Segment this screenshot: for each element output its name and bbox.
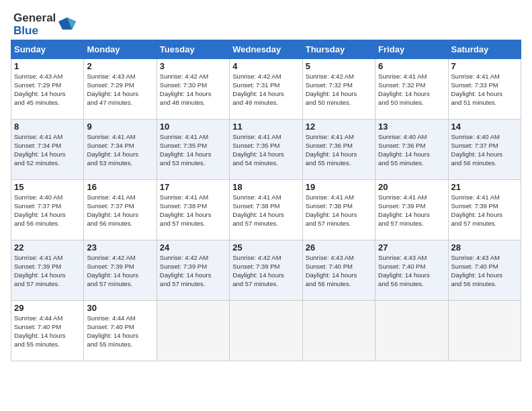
week-row-2: 8Sunrise: 4:41 AM Sunset: 7:34 PM Daylig… <box>11 120 521 180</box>
day-info: Sunrise: 4:41 AM Sunset: 7:34 PM Dayligh… <box>87 133 153 167</box>
day-info: Sunrise: 4:40 AM Sunset: 7:36 PM Dayligh… <box>378 133 445 167</box>
day-info: Sunrise: 4:41 AM Sunset: 7:32 PM Dayligh… <box>378 73 445 107</box>
day-number: 7 <box>451 61 518 71</box>
day-header-thursday: Thursday <box>302 40 375 59</box>
day-info: Sunrise: 4:41 AM Sunset: 7:36 PM Dayligh… <box>306 133 372 167</box>
day-header-sunday: Sunday <box>11 40 84 59</box>
day-number: 29 <box>14 303 81 313</box>
day-info: Sunrise: 4:44 AM Sunset: 7:40 PM Dayligh… <box>14 314 81 349</box>
day-cell: 21Sunrise: 4:41 AM Sunset: 7:39 PM Dayli… <box>448 180 521 240</box>
day-number: 10 <box>160 122 226 132</box>
day-cell: 17Sunrise: 4:41 AM Sunset: 7:38 PM Dayli… <box>157 180 229 240</box>
day-info: Sunrise: 4:42 AM Sunset: 7:31 PM Dayligh… <box>232 73 299 107</box>
logo-icon <box>57 15 77 35</box>
day-info: Sunrise: 4:43 AM Sunset: 7:29 PM Dayligh… <box>87 73 153 107</box>
day-number: 26 <box>306 242 372 253</box>
day-info: Sunrise: 4:44 AM Sunset: 7:40 PM Dayligh… <box>87 314 153 349</box>
day-cell <box>230 301 302 361</box>
day-cell: 10Sunrise: 4:41 AM Sunset: 7:35 PM Dayli… <box>157 120 229 180</box>
day-header-wednesday: Wednesday <box>230 40 302 59</box>
week-row-3: 15Sunrise: 4:40 AM Sunset: 7:37 PM Dayli… <box>11 180 521 240</box>
day-cell: 15Sunrise: 4:40 AM Sunset: 7:37 PM Dayli… <box>11 180 84 240</box>
day-info: Sunrise: 4:41 AM Sunset: 7:34 PM Dayligh… <box>14 133 81 167</box>
day-info: Sunrise: 4:42 AM Sunset: 7:32 PM Dayligh… <box>306 73 372 107</box>
day-info: Sunrise: 4:42 AM Sunset: 7:39 PM Dayligh… <box>87 254 153 288</box>
day-cell: 26Sunrise: 4:43 AM Sunset: 7:40 PM Dayli… <box>302 240 375 301</box>
day-cell: 8Sunrise: 4:41 AM Sunset: 7:34 PM Daylig… <box>11 120 84 180</box>
day-cell <box>375 301 448 361</box>
day-cell: 3Sunrise: 4:42 AM Sunset: 7:30 PM Daylig… <box>157 59 229 120</box>
day-info: Sunrise: 4:41 AM Sunset: 7:35 PM Dayligh… <box>232 133 299 167</box>
day-number: 9 <box>87 122 153 132</box>
day-number: 1 <box>14 61 81 71</box>
week-row-1: 1Sunrise: 4:43 AM Sunset: 7:29 PM Daylig… <box>11 59 521 120</box>
day-cell: 23Sunrise: 4:42 AM Sunset: 7:39 PM Dayli… <box>84 240 157 301</box>
day-info: Sunrise: 4:41 AM Sunset: 7:33 PM Dayligh… <box>451 73 518 107</box>
day-info: Sunrise: 4:40 AM Sunset: 7:37 PM Dayligh… <box>451 133 518 167</box>
logo-general: General <box>13 12 56 25</box>
day-info: Sunrise: 4:42 AM Sunset: 7:30 PM Dayligh… <box>160 73 226 107</box>
day-info: Sunrise: 4:40 AM Sunset: 7:37 PM Dayligh… <box>14 193 81 228</box>
day-cell: 25Sunrise: 4:42 AM Sunset: 7:39 PM Dayli… <box>230 240 302 301</box>
day-cell: 13Sunrise: 4:40 AM Sunset: 7:36 PM Dayli… <box>375 120 448 180</box>
day-header-tuesday: Tuesday <box>157 40 229 59</box>
logo-blue: Blue <box>13 25 56 38</box>
day-info: Sunrise: 4:41 AM Sunset: 7:38 PM Dayligh… <box>306 193 372 228</box>
calendar-table: SundayMondayTuesdayWednesdayThursdayFrid… <box>11 40 521 361</box>
day-info: Sunrise: 4:41 AM Sunset: 7:39 PM Dayligh… <box>14 254 81 288</box>
day-cell: 7Sunrise: 4:41 AM Sunset: 7:33 PM Daylig… <box>448 59 521 120</box>
day-info: Sunrise: 4:42 AM Sunset: 7:39 PM Dayligh… <box>160 254 226 288</box>
day-number: 28 <box>451 242 518 253</box>
day-number: 23 <box>87 242 153 253</box>
header: General Blue <box>7 7 525 40</box>
day-number: 19 <box>306 182 372 192</box>
day-number: 15 <box>14 182 81 192</box>
day-number: 5 <box>306 61 372 71</box>
day-info: Sunrise: 4:43 AM Sunset: 7:40 PM Dayligh… <box>451 254 518 288</box>
day-cell <box>448 301 521 361</box>
day-cell: 30Sunrise: 4:44 AM Sunset: 7:40 PM Dayli… <box>84 301 157 361</box>
day-cell <box>157 301 229 361</box>
day-cell: 1Sunrise: 4:43 AM Sunset: 7:29 PM Daylig… <box>11 59 84 120</box>
day-cell: 14Sunrise: 4:40 AM Sunset: 7:37 PM Dayli… <box>448 120 521 180</box>
day-info: Sunrise: 4:41 AM Sunset: 7:39 PM Dayligh… <box>378 193 445 228</box>
day-cell: 12Sunrise: 4:41 AM Sunset: 7:36 PM Dayli… <box>302 120 375 180</box>
day-info: Sunrise: 4:41 AM Sunset: 7:35 PM Dayligh… <box>160 133 226 167</box>
day-cell: 27Sunrise: 4:43 AM Sunset: 7:40 PM Dayli… <box>375 240 448 301</box>
day-cell: 16Sunrise: 4:41 AM Sunset: 7:37 PM Dayli… <box>84 180 157 240</box>
day-cell: 18Sunrise: 4:41 AM Sunset: 7:38 PM Dayli… <box>230 180 302 240</box>
day-cell: 28Sunrise: 4:43 AM Sunset: 7:40 PM Dayli… <box>448 240 521 301</box>
day-cell: 24Sunrise: 4:42 AM Sunset: 7:39 PM Dayli… <box>157 240 229 301</box>
day-number: 25 <box>232 242 299 253</box>
day-number: 22 <box>14 242 81 253</box>
day-header-saturday: Saturday <box>448 40 521 59</box>
day-cell: 9Sunrise: 4:41 AM Sunset: 7:34 PM Daylig… <box>84 120 157 180</box>
day-number: 24 <box>160 242 226 253</box>
day-cell: 22Sunrise: 4:41 AM Sunset: 7:39 PM Dayli… <box>11 240 84 301</box>
day-number: 18 <box>232 182 299 192</box>
day-header-monday: Monday <box>84 40 157 59</box>
day-cell: 6Sunrise: 4:41 AM Sunset: 7:32 PM Daylig… <box>375 59 448 120</box>
day-number: 21 <box>451 182 518 192</box>
day-info: Sunrise: 4:41 AM Sunset: 7:38 PM Dayligh… <box>232 193 299 228</box>
day-number: 20 <box>378 182 445 192</box>
day-number: 2 <box>87 61 153 71</box>
day-number: 12 <box>306 122 372 132</box>
week-row-5: 29Sunrise: 4:44 AM Sunset: 7:40 PM Dayli… <box>11 301 521 361</box>
day-cell <box>302 301 375 361</box>
day-number: 8 <box>14 122 81 132</box>
day-info: Sunrise: 4:42 AM Sunset: 7:39 PM Dayligh… <box>232 254 299 288</box>
day-cell: 20Sunrise: 4:41 AM Sunset: 7:39 PM Dayli… <box>375 180 448 240</box>
day-number: 3 <box>160 61 226 71</box>
day-cell: 29Sunrise: 4:44 AM Sunset: 7:40 PM Dayli… <box>11 301 84 361</box>
day-info: Sunrise: 4:43 AM Sunset: 7:40 PM Dayligh… <box>306 254 372 288</box>
day-info: Sunrise: 4:41 AM Sunset: 7:39 PM Dayligh… <box>451 193 518 228</box>
day-number: 17 <box>160 182 226 192</box>
day-info: Sunrise: 4:41 AM Sunset: 7:37 PM Dayligh… <box>87 193 153 228</box>
day-cell: 5Sunrise: 4:42 AM Sunset: 7:32 PM Daylig… <box>302 59 375 120</box>
day-number: 14 <box>451 122 518 132</box>
day-cell: 19Sunrise: 4:41 AM Sunset: 7:38 PM Dayli… <box>302 180 375 240</box>
day-info: Sunrise: 4:43 AM Sunset: 7:29 PM Dayligh… <box>14 73 81 107</box>
day-number: 13 <box>378 122 445 132</box>
day-number: 11 <box>232 122 299 132</box>
